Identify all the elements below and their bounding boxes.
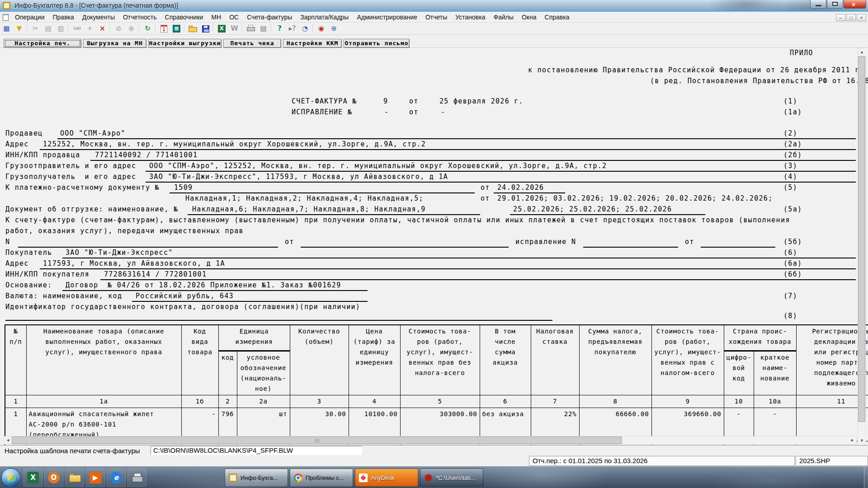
menu-files[interactable]: Файлы — [490, 13, 518, 22]
doc-advance-text1: К счету-фактуре (счетам-фактурам), выста… — [5, 216, 790, 225]
add-icon[interactable]: + — [84, 23, 96, 34]
horizontal-scrollbar[interactable]: ◄ ||| ► — [4, 436, 857, 445]
open-folder-icon[interactable] — [187, 23, 199, 34]
doc-ref-6a: (6а) — [783, 259, 802, 268]
restore-button[interactable] — [827, 0, 843, 9]
menu-edit[interactable]: Правка — [49, 13, 78, 22]
vertical-scrollbar[interactable]: ▲ ▼ — [858, 48, 866, 445]
menu-payroll[interactable]: Зарплата/Кадры — [296, 13, 353, 22]
search-replace-icon[interactable]: ⊕ — [125, 23, 137, 34]
scale-icon[interactable]: 180 — [71, 23, 83, 34]
print-receipt-button[interactable]: Печать чека — [223, 39, 281, 48]
taskbar-window-anydesk[interactable]: AnyDesk — [355, 469, 418, 487]
menu-operations[interactable]: Операции — [11, 13, 49, 22]
col-header-unit-code: код — [218, 351, 237, 395]
help-icon[interactable]: ? — [274, 23, 286, 34]
col-header-price: Цена (тариф) за единицу измерения — [349, 325, 400, 395]
scroll-down-icon[interactable]: ▼ — [858, 437, 866, 445]
folder-taskbar-icon[interactable] — [65, 469, 84, 487]
mdi-close-icon[interactable]: × — [857, 14, 866, 21]
export-excel-icon[interactable]: X — [216, 23, 228, 34]
menu-mn[interactable]: МН — [207, 13, 225, 22]
fax-taskbar-icon[interactable] — [127, 469, 146, 487]
form-line — [62, 258, 856, 258]
col-header-unit-name: условное обозначение (националь- ное) — [237, 351, 290, 395]
mdi-restore-icon[interactable]: □ — [846, 14, 856, 21]
menu-invoices[interactable]: Счета-фактуры — [243, 13, 296, 22]
cut-icon[interactable]: ✂ — [29, 23, 42, 34]
scroll-up-icon[interactable]: ▲ — [858, 48, 866, 56]
menu-help[interactable]: Справка — [541, 13, 574, 22]
template-path-field[interactable]: C:\IB\ORN\IBW8LOC\BLANKS\P4_SFPF.BLW — [151, 446, 362, 455]
copy-icon[interactable]: ▥ — [55, 23, 67, 34]
menu-administration[interactable]: Администрирование — [353, 13, 421, 22]
taskbar-window-users-file[interactable]: *C:\Users\tati... — [420, 469, 483, 487]
internet-icon[interactable]: ⊕ — [328, 23, 340, 34]
doc-advance-text2: работ, оказания услуг), передачи имущест… — [5, 227, 244, 235]
print-form-settings-button[interactable]: Настройка печ. формы — [4, 39, 81, 48]
doc-ref-5: (5) — [783, 183, 797, 192]
browser-taskbar-icon[interactable]: e — [107, 469, 126, 487]
taskbar-window-infobuh[interactable]: Инфо-Бухга... — [225, 469, 288, 487]
menu-directories[interactable]: Справочники — [161, 13, 208, 22]
print-preview-icon[interactable]: ▤ — [257, 23, 269, 34]
show-desktop-button[interactable] — [864, 467, 868, 488]
infobuh-icon — [229, 474, 237, 482]
taskbar: X O ▶ e Инфо-Бухга... Проблемы с... AnyD… — [0, 466, 868, 488]
form-line — [188, 214, 480, 215]
upload-mn-button[interactable]: Выгрузка на МН — [83, 39, 146, 48]
document-icon[interactable] — [3, 14, 9, 21]
close-button[interactable]: × — [844, 0, 866, 9]
start-button[interactable] — [1, 468, 20, 487]
scroll-right-icon[interactable]: ► — [849, 436, 856, 444]
menu-setup[interactable]: Установка — [451, 13, 489, 22]
send-letter-button[interactable]: Отправить письмо — [344, 39, 410, 48]
outlook-taskbar-icon[interactable]: O — [44, 469, 63, 487]
search-icon[interactable]: ⊘ — [113, 23, 125, 34]
print-icon[interactable] — [245, 23, 257, 34]
mdi-minimize-icon[interactable]: – — [836, 14, 845, 21]
anydesk-icon — [359, 474, 368, 482]
title-bar: Инфо-Бухгалтер 8.8 - [Счет-фактура (печа… — [0, 0, 868, 12]
menu-reporting[interactable]: Отчетность — [119, 13, 161, 22]
doc-waybills-line2: Накладная,6; Накладная,7; Накладная,8; Н… — [192, 205, 426, 214]
app-icon — [3, 2, 10, 9]
form-line — [57, 138, 856, 139]
delete-icon[interactable]: × — [96, 23, 108, 34]
menu-windows[interactable]: Окна — [518, 13, 541, 22]
doc-seller-value: ООО "СПМ-Аэро" — [60, 129, 126, 138]
paste-icon[interactable]: ▤ — [42, 23, 54, 34]
context-help-icon[interactable]: ▸? — [286, 23, 298, 34]
doc-consignee-label: Грузополучатель и его адрес — [5, 173, 136, 181]
form-settings-icon[interactable]: ▦ — [0, 23, 13, 34]
doc-waybills-line1: Накладная,1; Накладная,2; Накладная,4; Н… — [185, 194, 424, 203]
doc-consignee-value: ЗАО "Ю-Ти-Джи-Экспресс", 117593, г Москв… — [149, 173, 448, 181]
scroll-left-icon[interactable]: ◄ — [4, 436, 12, 444]
kkm-settings-button[interactable]: Настройки ККМ — [283, 39, 342, 48]
form-line — [510, 214, 705, 215]
web-icon[interactable]: ◉ — [315, 23, 327, 34]
col-header-qty: Количество (объем) — [290, 325, 349, 395]
doc-buyer-address-label: Адрес — [5, 259, 29, 268]
about-icon[interactable]: ◔ — [299, 23, 311, 34]
menu-documents[interactable]: Документы — [78, 13, 119, 22]
minimize-button[interactable] — [810, 0, 826, 9]
excel-taskbar-icon[interactable]: X — [24, 469, 42, 487]
upload-settings-button[interactable]: Настройки выгрузки — [148, 39, 222, 48]
export-word-icon[interactable]: W — [228, 23, 241, 34]
col-header-country: Страна проис- хождения товара — [724, 325, 796, 351]
menu-reports[interactable]: Отчеты — [421, 13, 451, 22]
calculator-icon[interactable]: ▦ — [170, 23, 183, 34]
calendar-icon[interactable]: 1 — [158, 23, 170, 34]
vertical-scroll-thumb[interactable] — [858, 56, 865, 422]
form-line — [40, 268, 856, 269]
taskbar-window-chrome[interactable]: Проблемы с... — [290, 469, 353, 487]
menu-os[interactable]: ОС — [225, 13, 243, 22]
refresh-icon[interactable]: ↻ — [142, 23, 154, 34]
filter-icon[interactable]: ▼ — [13, 23, 25, 34]
save-icon[interactable] — [199, 23, 212, 34]
doc-ref-1: (1) — [783, 97, 797, 106]
horizontal-scroll-thumb[interactable]: ||| — [12, 436, 622, 444]
media-player-taskbar-icon[interactable]: ▶ — [86, 469, 105, 487]
form-line — [132, 301, 368, 302]
